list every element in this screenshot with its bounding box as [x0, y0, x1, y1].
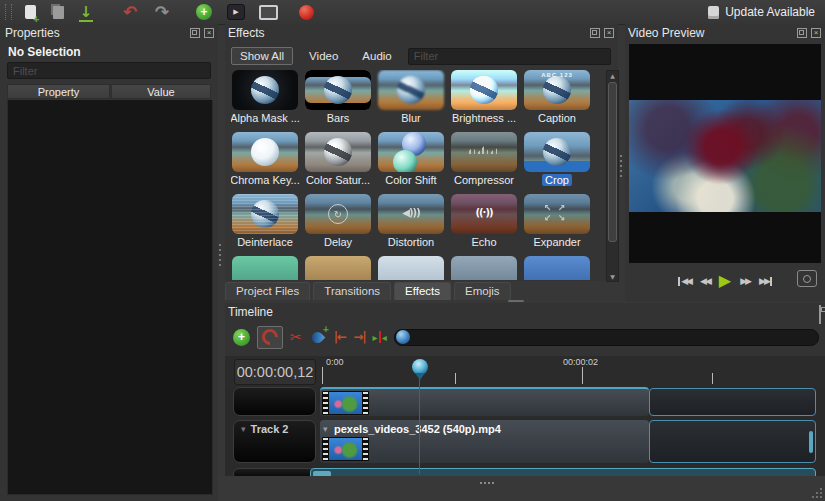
timeline-zoom-slider[interactable]	[394, 329, 819, 346]
effect-item-deinterlace[interactable]: Deinterlace	[231, 194, 299, 250]
chevron-down-icon[interactable]: ▾	[323, 424, 328, 434]
effect-label: Chroma Key...	[231, 174, 300, 186]
import-files-button[interactable]: +	[194, 2, 214, 22]
next-marker-button[interactable]: →|	[353, 327, 365, 347]
show-all-button[interactable]: Show All	[231, 47, 293, 65]
ruler-label-2s: 00:00:02	[563, 357, 598, 367]
clip-secondary-track2[interactable]	[649, 420, 816, 463]
screen-icon	[259, 5, 278, 20]
timeline-title: Timeline	[228, 305, 273, 319]
redo-button[interactable]: ↷	[152, 2, 172, 22]
effect-item-expander[interactable]: ↖↗ ↙↘ Expander	[523, 194, 591, 250]
effect-item-partial[interactable]	[377, 256, 445, 280]
timeline-ruler[interactable]: 00:00:00,12 0:00 00:00:02	[225, 356, 825, 388]
clip-video-track1[interactable]	[320, 387, 649, 416]
tab-transitions[interactable]: Transitions	[313, 282, 391, 300]
horizontal-splitter-handle[interactable]	[508, 300, 524, 302]
fast-forward-button[interactable]: ▶▶	[740, 276, 750, 286]
panel-splitter-right[interactable]	[620, 155, 622, 177]
undo-button[interactable]: ↶	[120, 2, 140, 22]
open-project-button[interactable]	[48, 2, 68, 22]
ruler-tick	[582, 367, 583, 384]
float-panel-icon[interactable]	[797, 28, 807, 38]
effect-item-distortion[interactable]: ◀))) Distortion	[377, 194, 445, 250]
close-panel-icon[interactable]: ×	[811, 28, 821, 38]
snapping-toggle-button[interactable]	[257, 326, 283, 349]
toolbar-drag-handle[interactable]	[5, 4, 12, 20]
jump-start-button[interactable]: ◀◀	[677, 276, 691, 286]
effects-scrollbar[interactable]: ▲ ▼	[606, 70, 619, 282]
play-button[interactable]: ▶	[719, 273, 731, 289]
rewind-button[interactable]: ◀◀	[700, 276, 710, 286]
properties-filter-input[interactable]	[7, 62, 211, 79]
scroll-down-icon[interactable]: ▼	[607, 273, 618, 280]
effect-item-partial[interactable]	[523, 256, 591, 280]
window-resize-grip[interactable]	[812, 488, 823, 499]
effect-item-crop[interactable]: Crop	[523, 132, 591, 188]
effect-item-color-saturation[interactable]: Color Satur...	[304, 132, 372, 188]
effect-item-brightness[interactable]: Brightness ...	[450, 70, 518, 126]
playback-controls: ◀◀ ◀◀ ▶ ▶▶ ▶▶	[625, 269, 825, 293]
clip-trim-handle[interactable]	[809, 431, 813, 453]
new-project-button[interactable]: +	[20, 2, 40, 22]
track-1-header[interactable]	[233, 387, 316, 416]
clip-selected-track3[interactable]	[310, 468, 816, 476]
panel-splitter-left[interactable]	[219, 244, 221, 266]
float-panel-icon[interactable]	[819, 305, 821, 324]
effect-item-chroma-key[interactable]: Chroma Key...	[231, 132, 299, 188]
scrollbar-thumb[interactable]	[608, 82, 617, 242]
effect-item-partial[interactable]	[450, 256, 518, 280]
snapshot-camera-button[interactable]	[797, 270, 817, 287]
add-marker-button[interactable]: +	[309, 328, 327, 346]
effect-item-color-shift[interactable]: Color Shift	[377, 132, 445, 188]
zoom-slider-handle[interactable]	[396, 330, 410, 344]
delay-icon: ↻	[328, 204, 348, 224]
scroll-up-icon[interactable]: ▲	[607, 72, 618, 79]
splitter-drag-handle[interactable]	[480, 482, 495, 484]
value-column-header[interactable]: Value	[111, 84, 211, 99]
clip-secondary-track1[interactable]	[649, 388, 816, 416]
fullscreen-button[interactable]	[258, 2, 278, 22]
effect-item-alpha-mask[interactable]: Alpha Mask ...	[231, 70, 299, 126]
effect-item-delay[interactable]: ↻ Delay	[304, 194, 372, 250]
track-3-header[interactable]	[233, 468, 316, 476]
effect-thumbnail	[451, 256, 517, 280]
add-track-button[interactable]: +	[233, 327, 250, 347]
float-panel-icon[interactable]	[590, 28, 600, 38]
close-panel-icon[interactable]: ×	[204, 28, 214, 38]
audio-filter-button[interactable]: Audio	[354, 48, 399, 64]
float-panel-icon[interactable]	[190, 28, 200, 38]
property-column-header[interactable]: Property	[7, 84, 110, 99]
echo-icon: ((·))	[451, 207, 517, 218]
effect-item-partial[interactable]	[231, 256, 299, 280]
jump-end-button[interactable]: ▶▶	[759, 276, 773, 286]
preview-screen[interactable]	[629, 44, 821, 263]
video-preview-title: Video Preview	[628, 26, 705, 40]
track-2-header[interactable]: ▾ Track 2	[233, 420, 316, 463]
close-panel-icon[interactable]: ×	[604, 28, 614, 38]
effect-label: Brightness ...	[452, 112, 516, 124]
chevron-down-icon[interactable]: ▾	[241, 424, 246, 435]
clip-pexels-video[interactable]: ▾ pexels_videos_3452 (540p).mp4	[320, 420, 649, 463]
playhead-marker[interactable]	[412, 359, 428, 375]
effect-item-echo[interactable]: ((·)) Echo	[450, 194, 518, 250]
caption-sample-text: ABC 123	[524, 72, 590, 78]
previous-marker-button[interactable]: |←	[334, 327, 346, 347]
tab-project-files[interactable]: Project Files	[225, 282, 310, 300]
video-filter-button[interactable]: Video	[301, 48, 346, 64]
effect-item-blur[interactable]: Blur	[377, 70, 445, 126]
save-project-button[interactable]: ↓	[76, 2, 96, 22]
update-available-button[interactable]: Update Available	[708, 5, 815, 19]
export-video-button[interactable]	[296, 2, 316, 22]
track-row-2: ▾ Track 2 ▾ pexels_videos_3452 (540p).mp…	[225, 420, 825, 463]
effect-item-caption[interactable]: ABC 123 Caption	[523, 70, 591, 126]
choose-profile-button[interactable]: ▶	[226, 2, 246, 22]
tab-emojis[interactable]: Emojis	[454, 282, 511, 300]
center-playhead-button[interactable]: ▸ ◂	[373, 327, 387, 347]
razor-tool-button[interactable]: ✂	[290, 327, 302, 347]
effect-item-compressor[interactable]: Compressor	[450, 132, 518, 188]
effects-filter-input[interactable]	[408, 48, 611, 65]
effect-item-bars[interactable]: Bars	[304, 70, 372, 126]
tab-effects[interactable]: Effects	[394, 282, 451, 300]
effect-item-partial[interactable]	[304, 256, 372, 280]
